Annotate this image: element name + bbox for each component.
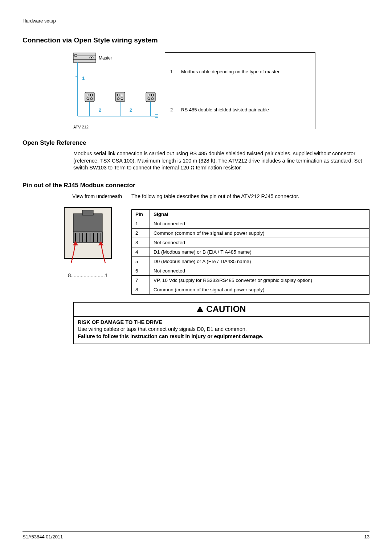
svg-point-10 [90,98,93,100]
svg-point-14 [117,98,119,100]
diagram-wire2b-label: 2 [130,107,132,113]
svg-point-5 [91,57,92,58]
legend-text: Modbus cable depending on the type of ma… [178,53,315,91]
svg-rect-6 [85,92,94,102]
pin-table-intro: The following table describes the pin ou… [131,193,369,199]
svg-point-15 [121,98,123,100]
svg-point-20 [151,98,154,100]
table-row: 2 RS 485 double shielded twisted pair ca… [165,91,315,129]
svg-point-9 [87,98,89,100]
heading-connection: Connection via Open Style wiring system [23,36,369,44]
caution-body: RISK OF DAMAGE TO THE DRIVE Use wiring c… [74,317,369,344]
drive-conn-1 [85,92,94,116]
table-row: 1 Modbus cable depending on the type of … [165,53,315,91]
pin-num: 6 [132,266,150,275]
header-section: Hardware setup [23,18,56,24]
table-row: 6Not connected [132,266,369,275]
pin-table: Pin Signal 1Not connected 2Common (commo… [131,209,369,295]
pin-signal: Common (common of the signal and power s… [150,228,369,238]
svg-rect-23 [82,210,93,215]
footer-pagenum: 13 [364,534,369,539]
svg-point-18 [151,94,154,96]
pin-table-column: The following table describes the pin ou… [131,193,369,295]
diagram-row: Master 1 [23,51,369,129]
caution-failure: Failure to follow this instruction can r… [78,333,365,340]
table-row: 4D1 (Modbus name) or B (EIA / TIA485 nam… [132,247,369,257]
drive-conn-2 [115,92,125,116]
caution-box: CAUTION RISK OF DAMAGE TO THE DRIVE Use … [73,302,369,345]
table-row: 5D0 (Modbus name) or A (EIA / TIA485 nam… [132,257,369,266]
drive-conn-3 [146,92,155,116]
table-row: 2Common (common of the signal and power … [132,228,369,238]
caution-title: CAUTION [206,304,246,314]
svg-point-17 [148,94,150,96]
diagram-master-label: Master [99,56,112,61]
rj45-caption: View from underneath [23,193,124,199]
legend-num: 2 [165,91,178,129]
pinout-row: View from underneath [23,193,369,295]
pin-num: 5 [132,257,150,266]
pin-signal: Not connected [150,238,369,247]
table-row: 1Not connected [132,219,369,228]
svg-rect-11 [115,92,125,102]
svg-point-13 [121,94,123,96]
rj45-pin-numbers: 8........................1 [62,272,113,278]
svg-rect-2 [75,54,77,57]
warning-triangle-icon [197,306,203,312]
page-footer: S1A53844 01/2011 13 [23,532,369,539]
svg-point-8 [90,94,93,96]
heading-pinout: Pin out of the RJ45 Modbus connector [23,182,369,189]
pin-header: Pin [132,209,150,219]
page-header: Hardware setup [23,18,369,26]
svg-point-19 [148,98,150,100]
diagram-atv-label: ATV 212 [73,125,158,129]
page: Hardware setup Connection via Open Style… [0,0,392,554]
rj45-connector-diagram [62,206,113,271]
pin-signal: D0 (Modbus name) or A (EIA / TIA485 name… [150,257,369,266]
pin-signal: VP, 10 Vdc (supply for RS232/RS485 conve… [150,275,369,285]
pin-signal: Common (common of the signal and power s… [150,285,369,294]
svg-point-12 [117,94,119,96]
table-row: 8Common (common of the signal and power … [132,285,369,294]
diagram-wire2a-label: 2 [99,107,101,113]
heading-openstyle: Open Style Reference [23,139,369,147]
pin-signal: Not connected [150,266,369,275]
legend-table: 1 Modbus cable depending on the type of … [165,52,315,129]
footer-docref: S1A53844 01/2011 [23,534,63,539]
pin-num: 3 [132,238,150,247]
pin-signal: Not connected [150,219,369,228]
table-row: Pin Signal [132,209,369,219]
pin-signal: D1 (Modbus name) or B (EIA / TIA485 name… [150,247,369,257]
caution-risk: RISK OF DAMAGE TO THE DRIVE [78,319,365,326]
wiring-diagram-svg: Master 1 [73,51,160,123]
diagram-wire1-label: 1 [82,75,85,81]
table-row: 3Not connected [132,238,369,247]
pin-num: 2 [132,228,150,238]
legend-text: RS 485 double shielded twisted pair cabl… [178,91,315,129]
caution-heading: CAUTION [74,303,369,317]
rj45-diagram-column: View from underneath [23,193,124,295]
pin-num: 1 [132,219,150,228]
svg-rect-24 [73,232,102,243]
openstyle-paragraph: Modbus serial link connection is carried… [23,150,369,172]
svg-rect-16 [146,92,155,102]
table-row: 7VP, 10 Vdc (supply for RS232/RS485 conv… [132,275,369,285]
wiring-diagram: Master 1 [23,51,158,129]
legend-num: 1 [165,53,178,91]
pin-num: 7 [132,275,150,285]
signal-header: Signal [150,209,369,219]
pin-num: 4 [132,247,150,257]
pin-num: 8 [132,285,150,294]
svg-point-7 [87,94,89,96]
caution-text: Use wiring cables or taps that connect o… [78,326,365,333]
